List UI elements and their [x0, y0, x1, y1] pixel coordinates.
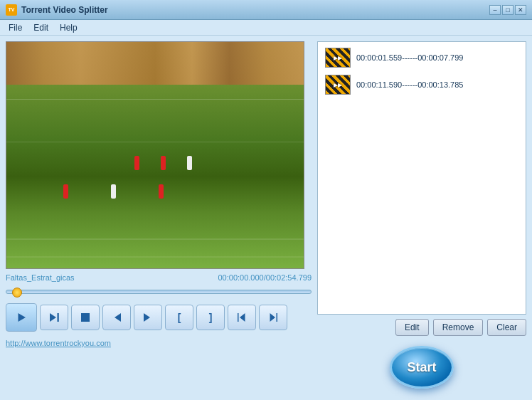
segment-item-1[interactable]: 00:00:01.559------00:00:07.799: [321, 45, 523, 70]
menu-file[interactable]: File: [3, 21, 28, 34]
maximize-button[interactable]: □: [502, 5, 514, 15]
window-controls: – □ ✕: [489, 5, 526, 15]
seek-bar[interactable]: [6, 286, 312, 298]
svg-marker-7: [240, 313, 245, 322]
mark-in-button[interactable]: [: [165, 305, 193, 330]
svg-rect-3: [81, 313, 90, 322]
left-panel: Faltas_Estrat_gicas 00:00:00.000/00:02:5…: [6, 41, 312, 394]
stop-button[interactable]: [71, 305, 100, 330]
mark-out-button[interactable]: ]: [196, 305, 225, 330]
segment-item-2[interactable]: 00:00:11.590------00:00:13.785: [321, 72, 523, 98]
segment-thumb-2: [325, 75, 351, 95]
seek-bar-track[interactable]: [6, 290, 312, 294]
menu-bar: File Edit Help: [0, 20, 532, 36]
remove-button[interactable]: Remove: [433, 319, 484, 336]
seek-thumb[interactable]: [12, 288, 22, 298]
next-frame-button[interactable]: [40, 305, 68, 330]
svg-rect-6: [238, 313, 239, 322]
start-button[interactable]: Start: [390, 346, 454, 389]
svg-marker-8: [270, 313, 276, 322]
forward-button[interactable]: [134, 305, 162, 330]
svg-marker-4: [115, 313, 121, 322]
svg-marker-0: [18, 313, 26, 322]
goto-in-button[interactable]: [228, 305, 256, 330]
segment-thumb-1: [325, 48, 351, 68]
svg-rect-2: [58, 313, 59, 322]
video-field: [6, 85, 304, 268]
goto-out-button[interactable]: [259, 305, 287, 330]
window-title: Torrent Video Splitter: [21, 5, 489, 15]
right-panel: 00:00:01.559------00:00:07.799 00:00:11.…: [317, 41, 526, 394]
clear-button[interactable]: Clear: [487, 319, 526, 336]
minimize-button[interactable]: –: [489, 5, 501, 15]
app-icon: TV: [6, 4, 17, 16]
main-content: Faltas_Estrat_gicas 00:00:00.000/00:02:5…: [0, 36, 532, 400]
video-display: [6, 41, 304, 269]
start-btn-container: Start: [317, 340, 526, 394]
menu-edit[interactable]: Edit: [28, 21, 54, 34]
time-display: 00:00:00.000/00:02:54.799: [218, 273, 312, 282]
svg-marker-1: [50, 313, 56, 322]
website-link[interactable]: http://www.torrentrockyou.com: [6, 337, 312, 349]
back-button[interactable]: [102, 305, 131, 330]
close-button[interactable]: ✕: [515, 5, 526, 15]
video-crowd: [6, 42, 304, 85]
segments-list: 00:00:01.559------00:00:07.799 00:00:11.…: [317, 41, 526, 315]
filename-label: Faltas_Estrat_gicas: [6, 273, 75, 282]
title-bar: TV Torrent Video Splitter – □ ✕: [0, 0, 532, 20]
controls-bar: [ ]: [6, 300, 312, 335]
segment-label-1: 00:00:01.559------00:00:07.799: [356, 53, 463, 62]
video-info: Faltas_Estrat_gicas 00:00:00.000/00:02:5…: [6, 272, 312, 283]
action-buttons: Edit Remove Clear: [317, 319, 526, 336]
svg-rect-9: [277, 313, 278, 322]
svg-marker-5: [144, 313, 150, 322]
segment-label-2: 00:00:11.590------00:00:13.785: [356, 80, 463, 89]
edit-button[interactable]: Edit: [395, 319, 429, 336]
play-button[interactable]: [6, 303, 37, 332]
menu-help[interactable]: Help: [54, 21, 83, 34]
video-frame: [6, 42, 304, 268]
